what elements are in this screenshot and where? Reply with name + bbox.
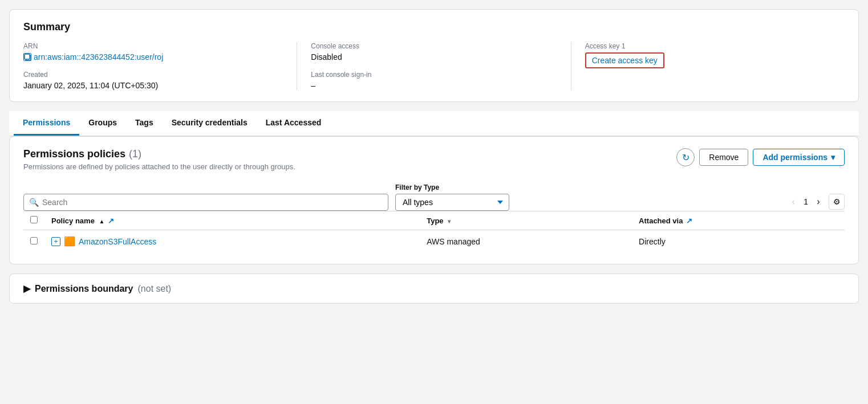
last-console-signin-label: Last console sign-in <box>311 71 557 79</box>
th-select-all <box>23 211 44 230</box>
created-value: January 02, 2025, 11:04 (UTC+05:30) <box>23 81 283 90</box>
last-console-signin-value: – <box>311 81 557 90</box>
th-policy-name: Policy name ▲ ↗ <box>44 211 420 230</box>
policies-count: (1) <box>129 148 141 160</box>
th-policy-name-label: Policy name <box>51 217 95 225</box>
th-type: Type ▾ <box>420 211 632 230</box>
boundary-not-set: (not set) <box>138 284 172 294</box>
policy-name-link[interactable]: + 🟧 AmazonS3FullAccess <box>51 236 413 247</box>
arn-section: ARN arn:aws:iam::423623844452:user/roj C… <box>23 42 297 90</box>
td-checkbox <box>23 230 44 253</box>
remove-button[interactable]: Remove <box>699 149 748 166</box>
boundary-expand-icon: ▶ <box>23 283 30 294</box>
summary-card: Summary ARN arn:aws:iam::423623844452:us… <box>9 9 859 102</box>
type-filter-select[interactable]: All types AWS managed Customer managed I… <box>395 194 509 211</box>
arn-label: ARN <box>23 42 283 50</box>
td-attached-via-value: Directly <box>639 237 666 246</box>
prev-page-button[interactable]: ‹ <box>785 194 801 210</box>
external-link-attached-icon: ↗ <box>686 217 692 225</box>
arn-link[interactable]: arn:aws:iam::423623844452:user/roj <box>23 52 283 62</box>
th-attached-via: Attached via ↗ <box>632 211 845 230</box>
arn-value: arn:aws:iam::423623844452:user/roj <box>34 52 163 62</box>
pagination-controls: ‹ 1 › ⚙ <box>785 194 845 211</box>
console-access-value: Disabled <box>311 52 557 62</box>
external-link-icon: ↗ <box>108 217 114 225</box>
permissions-policies-card: Permissions policies (1) Permissions are… <box>9 136 859 264</box>
page-number: 1 <box>804 197 808 206</box>
search-filter-group: 🔍 <box>23 194 388 211</box>
sort-type-icon: ▾ <box>448 218 451 225</box>
policies-header: Permissions policies (1) Permissions are… <box>23 148 845 180</box>
policies-title-group: Permissions policies (1) Permissions are… <box>23 148 295 180</box>
svg-rect-1 <box>25 54 30 59</box>
filter-controls-row: 🔍 Filter by Type All types AWS managed C… <box>23 183 845 211</box>
table-settings-button[interactable]: ⚙ <box>829 194 845 210</box>
add-permissions-chevron-icon: ▾ <box>831 153 835 162</box>
boundary-title-label: Permissions boundary <box>35 284 133 294</box>
refresh-icon: ↻ <box>682 152 689 163</box>
tabs: Permissions Groups Tags Security credent… <box>14 111 854 136</box>
add-permissions-button[interactable]: Add permissions ▾ <box>753 149 845 166</box>
add-permissions-label: Add permissions <box>762 153 828 162</box>
td-type: AWS managed <box>420 230 632 253</box>
create-access-key-button[interactable]: Create access key <box>585 52 664 68</box>
permissions-boundary-card: ▶ Permissions boundary (not set) <box>9 274 859 304</box>
policies-desc: Permissions are defined by policies atta… <box>23 162 295 171</box>
policy-type-icon: 🟧 <box>64 236 75 247</box>
copy-icon <box>23 53 31 61</box>
search-icon: 🔍 <box>29 198 39 207</box>
tab-tags[interactable]: Tags <box>126 111 163 136</box>
policies-title: Permissions policies <box>23 148 125 160</box>
tab-last-accessed[interactable]: Last Accessed <box>257 111 331 136</box>
tab-groups[interactable]: Groups <box>79 111 126 136</box>
access-key-label: Access key 1 <box>585 42 831 50</box>
filter-left: 🔍 Filter by Type All types AWS managed C… <box>23 183 509 211</box>
access-key-section: Access key 1 Create access key <box>571 42 845 90</box>
summary-title: Summary <box>23 21 845 33</box>
policy-table: Policy name ▲ ↗ Type ▾ Attached via ↗ <box>23 211 845 252</box>
search-input[interactable] <box>23 194 388 211</box>
gear-icon: ⚙ <box>833 197 841 206</box>
td-policy-name: + 🟧 AmazonS3FullAccess <box>44 230 420 253</box>
tab-security-credentials[interactable]: Security credentials <box>163 111 257 136</box>
next-page-button[interactable]: › <box>810 194 826 210</box>
tabs-container: Permissions Groups Tags Security credent… <box>9 111 859 136</box>
td-attached-via: Directly <box>632 230 845 253</box>
console-access-label: Console access <box>311 42 557 50</box>
boundary-title-row[interactable]: ▶ Permissions boundary (not set) <box>23 283 845 294</box>
search-wrapper: 🔍 <box>23 194 388 211</box>
select-all-checkbox[interactable] <box>30 216 38 223</box>
policy-name-value: AmazonS3FullAccess <box>79 237 156 246</box>
row-checkbox[interactable] <box>30 237 38 244</box>
refresh-button[interactable]: ↻ <box>676 148 695 166</box>
table-row: + 🟧 AmazonS3FullAccess AWS managed Direc… <box>23 230 845 253</box>
tab-permissions[interactable]: Permissions <box>14 111 79 136</box>
sort-policy-name-icon: ▲ <box>99 218 105 225</box>
created-label: Created <box>23 71 283 79</box>
th-type-label: Type <box>427 217 443 225</box>
console-access-section: Console access Disabled Last console sig… <box>297 42 570 90</box>
td-type-value: AWS managed <box>427 237 480 246</box>
expand-icon: + <box>51 237 60 246</box>
th-attached-via-label: Attached via <box>639 217 683 225</box>
filter-by-type-label: Filter by Type <box>395 183 509 191</box>
policies-actions: ↻ Remove Add permissions ▾ <box>676 148 845 166</box>
type-filter-group: Filter by Type All types AWS managed Cus… <box>395 183 509 211</box>
